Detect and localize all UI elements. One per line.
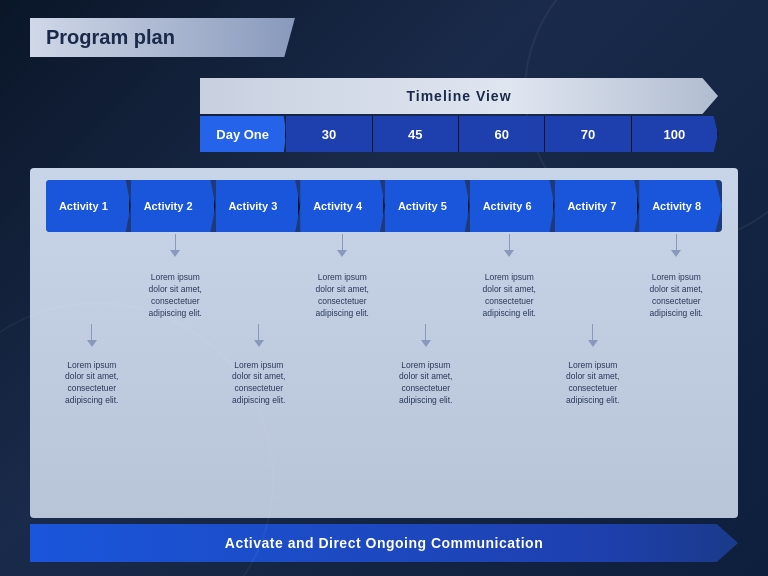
activity-3: Activity 3 (216, 180, 301, 232)
arrow-col-8 (635, 234, 719, 264)
activity-6: Activity 6 (470, 180, 555, 232)
text-col-bot-7: Lorem ipsum dolor sit amet, consectetuer… (551, 360, 635, 408)
arrow-tip-b3 (254, 340, 264, 347)
activity-2: Activity 2 (131, 180, 216, 232)
day-marker-2: 45 (373, 116, 459, 152)
main-area: Activity 1 Activity 2 Activity 3 Activit… (30, 168, 738, 518)
bottom-banner-text: Activate and Direct Ongoing Communicatio… (225, 535, 543, 551)
vert-line-4 (342, 234, 343, 250)
arrow-col-7 (551, 234, 635, 264)
text-col-top-6: Lorem ipsum dolor sit amet, consectetuer… (468, 272, 552, 320)
activity-1: Activity 1 (46, 180, 131, 232)
vert-line-b5 (425, 324, 426, 340)
arrow-col-b7 (551, 324, 635, 354)
day-marker-5: 100 (632, 116, 718, 152)
top-text-8: Lorem ipsum dolor sit amet, consectetuer… (650, 272, 703, 320)
top-text-2: Lorem ipsum dolor sit amet, consectetuer… (149, 272, 202, 320)
top-text-4: Lorem ipsum dolor sit amet, consectetuer… (316, 272, 369, 320)
day-markers: Day One 30 45 60 70 100 (200, 116, 718, 152)
bot-text-1: Lorem ipsum dolor sit amet, consectetuer… (65, 360, 118, 408)
text-col-bot-4 (301, 360, 385, 408)
arrow-col-5 (384, 234, 468, 264)
text-blocks-bottom: Lorem ipsum dolor sit amet, consectetuer… (46, 360, 722, 408)
vert-line-b7 (592, 324, 593, 340)
vert-line-2 (175, 234, 176, 250)
timeline-label: Timeline View (406, 88, 511, 104)
arrow-tip-8 (671, 250, 681, 257)
arrow-col-b4 (301, 324, 385, 354)
arrow-tip-b1 (87, 340, 97, 347)
arrow-tip-b5 (421, 340, 431, 347)
arrow-tip-b7 (588, 340, 598, 347)
arrow-col-2 (134, 234, 218, 264)
vert-line-b3 (258, 324, 259, 340)
arrow-col-b1 (50, 324, 134, 354)
text-col-top-8: Lorem ipsum dolor sit amet, consectetuer… (635, 272, 719, 320)
arrow-col-4 (301, 234, 385, 264)
activity-4: Activity 4 (300, 180, 385, 232)
text-col-bot-6 (468, 360, 552, 408)
arrow-col-b5 (384, 324, 468, 354)
text-col-top-4: Lorem ipsum dolor sit amet, consectetuer… (301, 272, 385, 320)
text-col-bot-2 (134, 360, 218, 408)
text-col-bot-1: Lorem ipsum dolor sit amet, consectetuer… (50, 360, 134, 408)
activity-5: Activity 5 (385, 180, 470, 232)
activity-8: Activity 8 (639, 180, 722, 232)
text-blocks-top: Lorem ipsum dolor sit amet, consectetuer… (46, 272, 722, 320)
text-col-bot-3: Lorem ipsum dolor sit amet, consectetuer… (217, 360, 301, 408)
activity-7: Activity 7 (555, 180, 640, 232)
text-col-top-2: Lorem ipsum dolor sit amet, consectetuer… (134, 272, 218, 320)
vert-line-8 (676, 234, 677, 250)
text-col-top-1 (50, 272, 134, 320)
page-title: Program plan (46, 26, 175, 49)
title-bar: Program plan (30, 18, 295, 57)
bot-text-7: Lorem ipsum dolor sit amet, consectetuer… (566, 360, 619, 408)
arrow-col-6 (468, 234, 552, 264)
arrow-col-1 (50, 234, 134, 264)
arrow-tip-4 (337, 250, 347, 257)
arrow-tip-6 (504, 250, 514, 257)
text-col-top-5 (384, 272, 468, 320)
day-marker-3: 60 (459, 116, 545, 152)
arrow-col-b3 (217, 324, 301, 354)
arrow-tip-2 (170, 250, 180, 257)
timeline-banner: Timeline View (200, 78, 718, 114)
arrows-row-top (46, 234, 722, 264)
text-col-bot-5: Lorem ipsum dolor sit amet, consectetuer… (384, 360, 468, 408)
arrow-col-3 (217, 234, 301, 264)
text-col-top-7 (551, 272, 635, 320)
top-text-6: Lorem ipsum dolor sit amet, consectetuer… (483, 272, 536, 320)
text-col-bot-8 (635, 360, 719, 408)
day-marker-1: 30 (286, 116, 372, 152)
arrow-col-b6 (468, 324, 552, 354)
arrow-col-b2 (134, 324, 218, 354)
day-marker-0: Day One (200, 116, 286, 152)
bot-text-3: Lorem ipsum dolor sit amet, consectetuer… (232, 360, 285, 408)
activities-row: Activity 1 Activity 2 Activity 3 Activit… (46, 180, 722, 232)
text-col-top-3 (217, 272, 301, 320)
arrow-col-b8 (635, 324, 719, 354)
bot-text-5: Lorem ipsum dolor sit amet, consectetuer… (399, 360, 452, 408)
arrows-row-bottom (46, 324, 722, 354)
vert-line-6 (509, 234, 510, 250)
vert-line-b1 (91, 324, 92, 340)
bottom-banner: Activate and Direct Ongoing Communicatio… (30, 524, 738, 562)
day-marker-4: 70 (545, 116, 631, 152)
